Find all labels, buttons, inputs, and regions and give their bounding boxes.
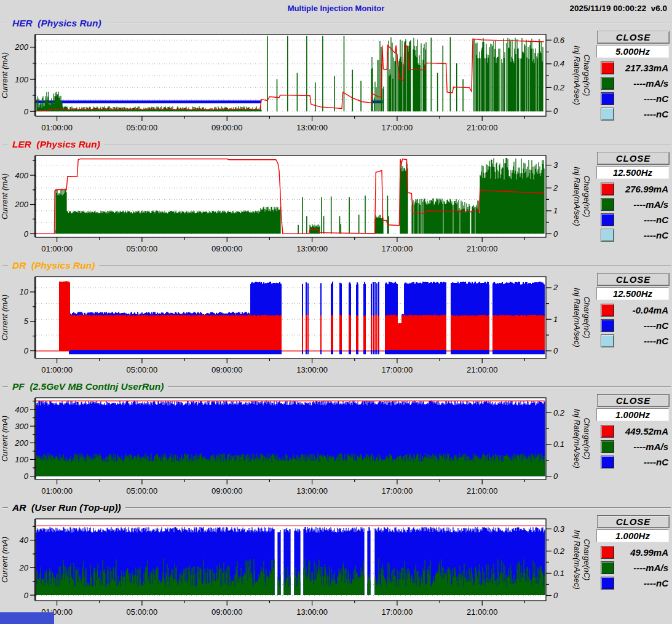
legend-row: ----nC — [593, 575, 672, 591]
legend-row: ----mA/s — [593, 197, 672, 212]
close-button[interactable]: CLOSE — [597, 152, 670, 165]
injection-rate-display: 1.000Hz — [596, 408, 669, 421]
left-axis-title: Current (mA) — [0, 294, 9, 341]
svg-text:0.3: 0.3 — [553, 524, 565, 534]
chart-AR: 0204000.10.20.301:00:0005:00:0009:00:001… — [0, 514, 593, 623]
svg-text:21:00:00: 21:00:00 — [467, 244, 498, 253]
chart-LER: 0200400012301:00:0005:00:0009:00:0013:00… — [0, 151, 593, 259]
svg-text:0.6: 0.6 — [553, 36, 565, 45]
legend-value: ----nC — [614, 215, 668, 225]
svg-text:09:00:00: 09:00:00 — [211, 123, 243, 132]
legend-swatch-blue — [601, 577, 614, 590]
legend-swatch-blue — [601, 456, 614, 468]
close-button[interactable]: CLOSE — [597, 273, 670, 286]
svg-text:100: 100 — [15, 75, 28, 84]
svg-text:13:00:00: 13:00:00 — [296, 123, 328, 132]
panel-title-bar: HER (Physics Run) — [0, 17, 672, 30]
svg-text:0: 0 — [24, 346, 29, 355]
legend-panel: CLOSE 1.000Hz 49.99mA----mA/s----nC — [593, 514, 672, 623]
legend-value: ----nC — [614, 578, 668, 588]
left-axis-title: Current (mA) — [0, 52, 9, 98]
title-rule-left — [2, 265, 8, 266]
legend-swatch-lightblue — [601, 334, 614, 347]
title-rule-right — [106, 23, 671, 24]
legend-rows: -0.04mA----nC----nC — [593, 302, 672, 349]
right-axis-title-charge: Charge(nC) — [582, 55, 591, 97]
svg-text:400: 400 — [15, 171, 28, 180]
right-axis-title-charge: Charge(nC) — [582, 176, 591, 218]
legend-value: 276.99mA — [614, 184, 668, 194]
legend-swatch-red — [601, 304, 614, 317]
legend-value: ----nC — [614, 93, 668, 104]
panel-body: 0200400012301:00:0005:00:0009:00:0013:00… — [0, 151, 672, 259]
legend-panel: CLOSE 12.500Hz -0.04mA----nC----nC — [593, 272, 672, 381]
legend-row: ----nC — [593, 227, 672, 243]
right-axis-title-charge: Charge(nC) — [582, 418, 591, 460]
svg-text:05:00:00: 05:00:00 — [127, 123, 158, 132]
legend-value: -0.04mA — [614, 305, 668, 315]
legend-value: 449.52mA — [614, 426, 668, 436]
multiple-injection-monitor-app: { "header": { "title": "Multiple Injecti… — [0, 0, 672, 624]
app-header: Multiple Injection Monitor 2025/11/19 00… — [0, 0, 672, 17]
svg-text:21:00:00: 21:00:00 — [467, 607, 498, 617]
legend-row: ----mA/s — [593, 439, 672, 454]
panel-title-LER: LER (Physics Run) — [12, 139, 100, 150]
title-rule-left — [2, 386, 8, 387]
legend-value: ----mA/s — [614, 563, 668, 573]
svg-text:0: 0 — [553, 229, 558, 239]
legend-row: ----nC — [593, 106, 672, 122]
legend-value: ----nC — [614, 457, 668, 467]
legend-row: ----nC — [593, 91, 672, 106]
panel-PF: PF (2.5GeV MB ContInj UserRun) 010020030… — [0, 381, 672, 502]
svg-text:1: 1 — [553, 315, 558, 324]
injection-rate-display: 5.000Hz — [596, 45, 669, 58]
svg-text:13:00:00: 13:00:00 — [296, 365, 328, 374]
svg-text:0: 0 — [24, 591, 29, 600]
chart-DR: 051001201:00:0005:00:0009:00:0013:00:001… — [0, 272, 593, 381]
svg-text:05:00:00: 05:00:00 — [127, 244, 158, 253]
svg-text:17:00:00: 17:00:00 — [382, 244, 413, 253]
svg-text:09:00:00: 09:00:00 — [211, 244, 243, 253]
legend-panel: CLOSE 12.500Hz 276.99mA----mA/s----nC---… — [593, 151, 672, 259]
legend-value: ----mA/s — [614, 78, 668, 89]
bottom-left-window-fragment — [0, 612, 54, 624]
panel-body: 010020030040000.10.201:00:0005:00:0009:0… — [0, 393, 672, 502]
legend-rows: 49.99mA----mA/s----nC — [593, 545, 672, 591]
svg-text:3: 3 — [553, 160, 558, 170]
svg-text:17:00:00: 17:00:00 — [382, 607, 413, 617]
legend-swatch-green — [601, 440, 614, 453]
x-axis-labels: 01:00:0005:00:0009:00:0013:00:0017:00:00… — [41, 123, 497, 132]
legend-value: 49.99mA — [614, 547, 668, 558]
title-rule-right — [168, 386, 671, 387]
right-axis-title-inj-rate: Inj Rate(mA/sec) — [572, 409, 582, 468]
svg-text:13:00:00: 13:00:00 — [296, 607, 328, 617]
close-button[interactable]: CLOSE — [597, 31, 670, 44]
svg-text:0.2: 0.2 — [553, 408, 565, 417]
legend-swatch-blue — [601, 92, 614, 105]
svg-text:0.1: 0.1 — [553, 440, 564, 449]
svg-text:09:00:00: 09:00:00 — [211, 486, 243, 496]
left-axis-title: Current (mA) — [0, 416, 9, 462]
left-axis-title: Current (mA) — [0, 537, 9, 583]
svg-text:0: 0 — [553, 591, 558, 600]
injection-rate-display: 1.000Hz — [596, 529, 669, 542]
svg-text:0: 0 — [24, 107, 29, 116]
panel-body: 010020000.20.40.601:00:0005:00:0009:00:0… — [0, 30, 672, 138]
injection-rate-display: 12.500Hz — [596, 287, 669, 300]
legend-value: ----nC — [614, 109, 668, 119]
svg-text:0.2: 0.2 — [553, 83, 565, 92]
legend-row: ----nC — [593, 333, 672, 349]
series-band-blue — [36, 100, 261, 103]
svg-text:13:00:00: 13:00:00 — [296, 486, 328, 496]
panel-AR: AR (User Run (Top-up)) 0204000.10.20.301… — [0, 502, 672, 623]
legend-value: ----nC — [614, 230, 668, 240]
title-rule-right — [99, 265, 671, 266]
close-button[interactable]: CLOSE — [597, 515, 670, 528]
panel-title-bar: DR (Physics Run) — [0, 259, 672, 272]
panel-body: 0204000.10.20.301:00:0005:00:0009:00:001… — [0, 514, 672, 623]
svg-text:300: 300 — [15, 422, 28, 431]
close-button[interactable]: CLOSE — [597, 394, 670, 407]
svg-text:01:00:00: 01:00:00 — [41, 486, 73, 496]
svg-text:17:00:00: 17:00:00 — [382, 365, 413, 374]
svg-text:200: 200 — [14, 200, 28, 209]
